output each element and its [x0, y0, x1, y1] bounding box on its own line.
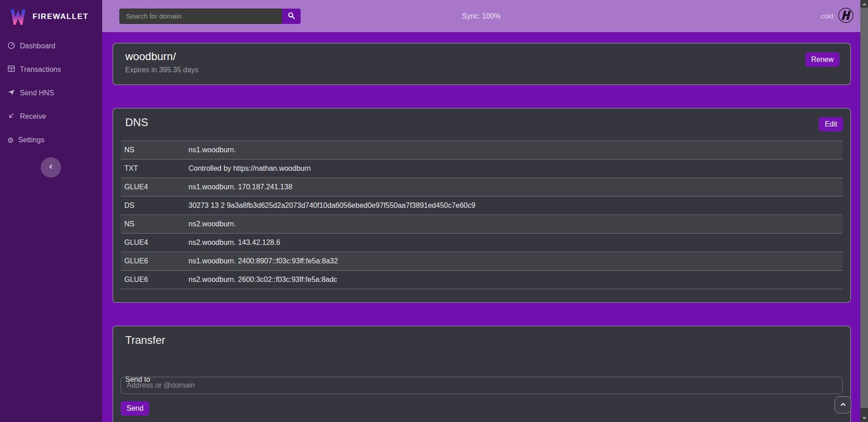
domain-search [119, 9, 301, 24]
sidebar-item-dashboard[interactable]: Dashboard [0, 34, 102, 58]
dns-record-value: ns2.woodburn. 2600:3c02::f03c:93ff:fe5a:… [185, 271, 843, 289]
dns-record-type: GLUE6 [121, 252, 185, 271]
domain-card: woodburn/ Expires in 395.35 days Renew [113, 43, 851, 85]
sidebar-item-settings[interactable]: ⚙ Settings [0, 128, 102, 152]
sidebar-item-label: Settings [18, 136, 44, 144]
transfer-title: Transfer [113, 326, 850, 347]
chevron-up-icon [840, 401, 847, 409]
scrollbar[interactable] [860, 0, 868, 422]
dns-record-row: GLUE6 ns1.woodburn. 2400:8907::f03c:93ff… [121, 252, 843, 271]
scroll-to-top-button[interactable] [835, 396, 851, 413]
sidebar-item-label: Receive [20, 113, 46, 121]
brand[interactable]: FIREWALLET [0, 0, 102, 28]
renew-button[interactable]: Renew [805, 52, 840, 67]
sidebar: FIREWALLET Dashboard Transactions [0, 0, 102, 422]
arrow-down-left-icon [7, 112, 15, 122]
topbar: Sync: 100% cold [102, 0, 860, 32]
send-button[interactable]: Send [121, 401, 149, 416]
wallet-name: cold [821, 12, 833, 20]
dns-record-type: TXT [121, 159, 185, 178]
brand-title: FIREWALLET [33, 12, 89, 21]
scrollbar-down-arrow-icon[interactable] [860, 414, 868, 422]
gauge-icon [7, 41, 15, 51]
dns-title: DNS [113, 108, 850, 129]
chevron-left-icon [48, 164, 54, 171]
sidebar-collapse-button[interactable] [41, 157, 61, 178]
firewallet-logo-icon [9, 7, 27, 27]
dns-record-value: ns1.woodburn. 2400:8907::f03c:93ff:fe5a:… [185, 252, 843, 271]
scrollbar-up-arrow-icon[interactable] [860, 0, 868, 8]
search-icon [288, 12, 295, 21]
sidebar-item-label: Transactions [20, 66, 61, 74]
sidebar-item-receive[interactable]: Receive [0, 105, 102, 128]
dns-record-row: GLUE4 ns2.woodburn. 143.42.128.6 [121, 234, 843, 252]
dns-record-row: NS ns1.woodburn. [121, 141, 843, 159]
search-button[interactable] [282, 9, 301, 24]
dns-record-row: NS ns2.woodburn. [121, 215, 843, 234]
domain-title: woodburn/ [113, 43, 850, 63]
dns-record-value: ns1.woodburn. 170.187.241.138 [185, 178, 843, 197]
dns-record-type: NS [121, 215, 185, 234]
dns-records-table: NS ns1.woodburn. TXT Controlled by https… [121, 141, 843, 289]
gear-icon: ⚙ [7, 136, 14, 145]
dns-card: DNS Edit NS ns1.woodburn. TXT Controlled… [113, 108, 851, 303]
dns-record-row: GLUE6 ns2.woodburn. 2600:3c02::f03c:93ff… [121, 271, 843, 289]
dns-record-value: ns1.woodburn. [185, 141, 843, 159]
dns-record-type: DS [121, 197, 185, 215]
domain-expiry: Expires in 395.35 days [113, 63, 850, 74]
dns-record-value: Controlled by https://nathan.woodburn [185, 159, 843, 178]
sidebar-item-label: Dashboard [20, 42, 55, 50]
paper-plane-icon [7, 88, 15, 98]
main-content: woodburn/ Expires in 395.35 days Renew D… [102, 32, 860, 422]
dns-record-type: NS [121, 141, 185, 159]
dns-record-row: GLUE4 ns1.woodburn. 170.187.241.138 [121, 178, 843, 197]
handshake-wallet-icon[interactable] [838, 7, 854, 25]
sidebar-nav: Dashboard Transactions Send HNS [0, 34, 102, 152]
dns-record-type: GLUE4 [121, 234, 185, 252]
dns-record-value: ns2.woodburn. 143.42.128.6 [185, 234, 843, 252]
dns-record-type: GLUE6 [121, 271, 185, 289]
table-icon [7, 65, 15, 75]
dns-record-value: ns2.woodburn. [185, 215, 843, 234]
dns-record-row: DS 30273 13 2 9a3a8fb3d625d2a2073d740f10… [121, 197, 843, 215]
search-input[interactable] [119, 9, 282, 24]
wallet-zone: cold [821, 7, 854, 25]
scrollbar-thumb[interactable] [860, 8, 868, 408]
edit-dns-button[interactable]: Edit [819, 117, 843, 131]
dns-record-row: TXT Controlled by https://nathan.woodbur… [121, 159, 843, 178]
dns-record-value: 30273 13 2 9a3a8fb3d625d2a2073d740f10da6… [185, 197, 843, 215]
sidebar-item-transactions[interactable]: Transactions [0, 58, 102, 81]
sidebar-item-send-hns[interactable]: Send HNS [0, 81, 102, 105]
transfer-card: Transfer Send to Send [113, 326, 851, 422]
dns-record-type: GLUE4 [121, 178, 185, 197]
transfer-address-input[interactable] [121, 377, 843, 394]
sidebar-item-label: Send HNS [20, 89, 54, 97]
